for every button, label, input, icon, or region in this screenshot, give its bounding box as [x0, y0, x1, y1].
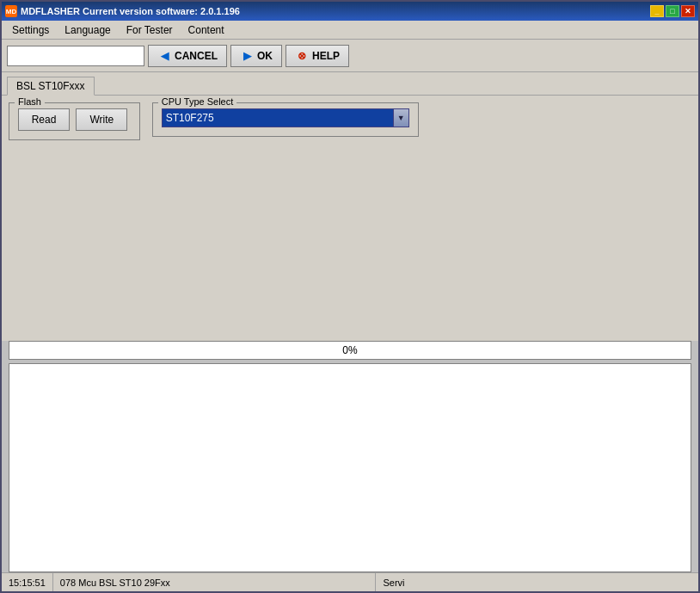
app-window: MD MDFLASHER Current version software: 2… — [0, 0, 700, 593]
help-button[interactable]: ⊗ HELP — [286, 45, 349, 67]
menu-content[interactable]: Content — [181, 22, 231, 38]
status-bar: 15:15:51 078 Mcu BSL ST10 29Fxx Servi — [2, 572, 698, 591]
bottom-content: 0% — [2, 341, 698, 572]
help-label: HELP — [312, 50, 340, 62]
title-bar-controls: _ □ ✕ — [650, 5, 695, 17]
minimize-button[interactable]: _ — [650, 5, 664, 17]
cancel-label: CANCEL — [175, 50, 218, 62]
title-bar-text: MDFLASHER Current version software: 2.0.… — [21, 6, 240, 16]
cancel-button[interactable]: ◀ CANCEL — [148, 45, 227, 67]
maximize-button[interactable]: □ — [666, 5, 679, 17]
title-bar-left: MD MDFLASHER Current version software: 2… — [5, 5, 240, 17]
ok-icon: ▶ — [240, 49, 254, 63]
title-bar: MD MDFLASHER Current version software: 2… — [2, 2, 698, 21]
close-button[interactable]: ✕ — [681, 5, 695, 17]
log-area[interactable] — [9, 363, 691, 572]
flash-legend: Flash — [15, 96, 45, 107]
cancel-icon: ◀ — [157, 49, 171, 63]
menu-bar: Settings Language For Tester Content — [2, 21, 698, 40]
cpu-type-select[interactable]: ST10F275 — [162, 108, 394, 127]
menu-language[interactable]: Language — [58, 22, 117, 38]
main-content: Flash Read Write CPU Type Select ST10F27… — [2, 96, 698, 341]
write-button[interactable]: Write — [76, 108, 127, 131]
tabs-area: BSL ST10Fxxx — [2, 72, 698, 96]
ok-button[interactable]: ▶ OK — [230, 45, 282, 67]
menu-for-tester[interactable]: For Tester — [120, 22, 180, 38]
status-info: 078 Mcu BSL ST10 29Fxx — [53, 573, 377, 591]
help-icon: ⊗ — [295, 49, 309, 63]
read-button[interactable]: Read — [18, 108, 70, 131]
progress-text: 0% — [342, 344, 357, 356]
flash-group: Flash Read Write — [9, 102, 140, 140]
status-time: 15:15:51 — [2, 573, 53, 591]
cpu-legend: CPU Type Select — [158, 96, 237, 107]
menu-settings[interactable]: Settings — [5, 22, 56, 38]
progress-area: 0% — [9, 341, 691, 360]
status-server: Servi — [376, 573, 698, 591]
ok-label: OK — [257, 50, 273, 62]
app-icon: MD — [5, 5, 17, 17]
cpu-select-container: ST10F275 ▼ — [162, 108, 409, 127]
toolbar: ◀ CANCEL ▶ OK ⊗ HELP — [2, 40, 698, 72]
cpu-group: CPU Type Select ST10F275 ▼ — [152, 102, 419, 137]
tab-bsl-st10fxxx[interactable]: BSL ST10Fxxx — [7, 77, 95, 96]
toolbar-input[interactable] — [7, 46, 144, 66]
cpu-dropdown-button[interactable]: ▼ — [394, 108, 409, 127]
